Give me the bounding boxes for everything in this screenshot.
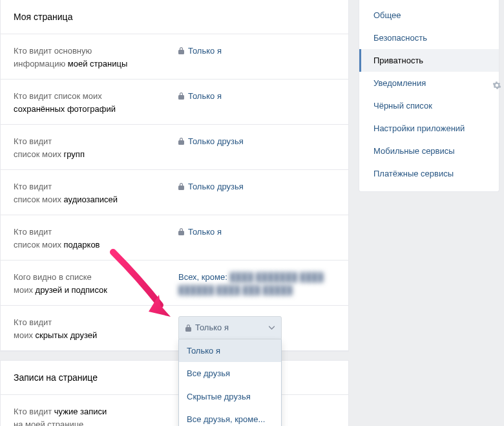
sidebar-item-mobile[interactable]: Мобильные сервисы — [359, 140, 499, 162]
dropdown-menu: Только я Все друзья Скрытые друзья Все д… — [178, 339, 282, 427]
dropdown-option-all-friends-except[interactable]: Все друзья, кроме... — [179, 408, 281, 426]
section-title-my-page: Моя страница — [1, 0, 348, 34]
privacy-row-saved-photos[interactable]: Кто видит список моих сохранённых фотогр… — [1, 80, 348, 125]
privacy-row-others-posts[interactable]: Кто видит чужие записи на моей странице — [1, 395, 348, 426]
sidebar-item-security[interactable]: Безопасность — [359, 27, 499, 49]
lock-icon — [178, 137, 184, 145]
dropdown-option-only-me[interactable]: Только я — [179, 339, 281, 363]
sidebar-item-payments[interactable]: Платёжные сервисы — [359, 162, 499, 185]
sidebar-item-app-settings[interactable]: Настройки приложений — [359, 117, 499, 140]
row-label: Кто видит моих скрытых друзей — [14, 315, 178, 341]
privacy-row-hidden-friends[interactable]: Кто видит моих скрытых друзей Только я — [1, 306, 348, 351]
privacy-row-basic-info[interactable]: Кто видит основную информацию моей стран… — [1, 34, 348, 80]
dropdown-option-all-friends[interactable]: Все друзья — [179, 362, 281, 385]
main-panel: Моя страница Кто видит основную информац… — [0, 0, 349, 426]
section-gap — [0, 351, 349, 361]
privacy-row-groups[interactable]: Кто видит список моих групп Только друзь… — [1, 125, 348, 170]
lock-icon — [178, 228, 184, 235]
row-label: Кто видит список моих сохранённых фотогр… — [14, 89, 178, 115]
lock-icon — [185, 324, 191, 332]
lock-icon — [178, 92, 184, 100]
row-value: Только друзья — [178, 179, 335, 193]
sidebar-item-blacklist[interactable]: Чёрный список — [359, 94, 499, 117]
lock-icon — [178, 47, 184, 54]
privacy-row-friends-subs[interactable]: Кого видно в списке моих друзей и подпис… — [1, 261, 348, 306]
row-label: Кого видно в списке моих друзей и подпис… — [14, 270, 178, 296]
row-label: Кто видит чужие записи на моей странице — [14, 404, 178, 426]
row-value: Только я Только я Все друзья Скрытые дру… — [178, 315, 335, 339]
settings-sidebar: Общее Безопасность Приватность Уведомлен… — [359, 0, 499, 192]
sidebar-item-general[interactable]: Общее — [359, 4, 499, 27]
row-value: Только друзья — [178, 134, 335, 148]
chevron-down-icon — [269, 326, 275, 330]
section-title-wall: Записи на странице — [1, 361, 348, 395]
gear-icon[interactable] — [492, 81, 501, 92]
row-value: Только я — [178, 89, 335, 103]
row-label: Кто видит список моих групп — [14, 134, 178, 160]
privacy-row-audio[interactable]: Кто видит список моих аудиозаписей Тольк… — [1, 170, 348, 215]
row-label: Кто видит список моих аудиозаписей — [14, 179, 178, 206]
dropdown-option-hidden-friends[interactable]: Скрытые друзья — [179, 385, 281, 409]
sidebar-item-privacy[interactable]: Приватность — [359, 49, 499, 72]
row-label: Кто видит список моих подарков — [14, 224, 178, 251]
dropdown-selected[interactable]: Только я — [178, 316, 282, 339]
lock-icon — [178, 182, 184, 190]
row-label: Кто видит основную информацию моей стран… — [14, 43, 178, 70]
sidebar-item-notifications[interactable]: Уведомления — [359, 72, 499, 94]
privacy-row-gifts[interactable]: Кто видит список моих подарков Только я — [1, 215, 348, 261]
row-value: Только я — [178, 224, 335, 239]
row-value: Только я — [178, 43, 335, 58]
row-value: Всех, кроме: ████ ███████ ████ ██████ ██… — [178, 270, 335, 296]
